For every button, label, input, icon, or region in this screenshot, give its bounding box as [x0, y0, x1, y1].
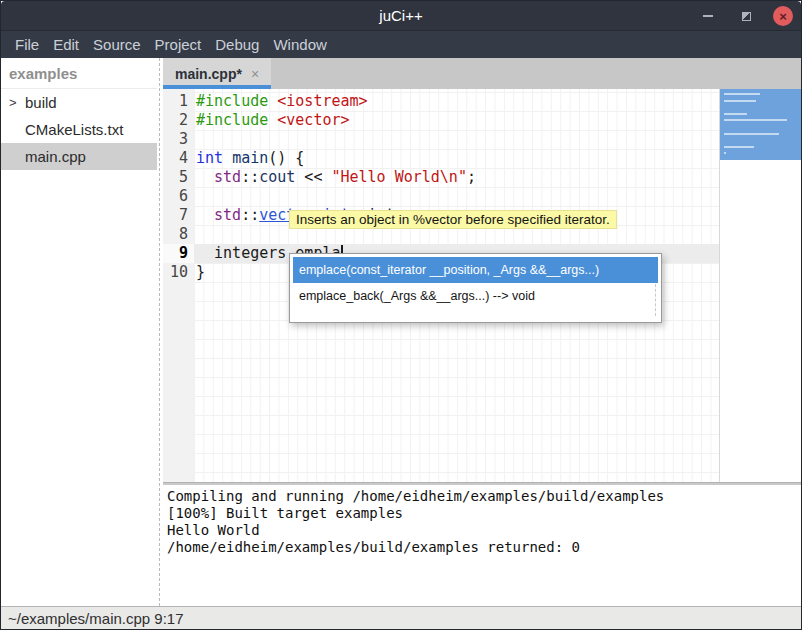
window-title: juCi++	[379, 7, 422, 24]
minimap-code-line	[724, 113, 747, 115]
line-number: 6	[163, 187, 188, 206]
code-segment: <<	[295, 168, 331, 186]
code-segment: <vector>	[277, 111, 349, 129]
app-window: juCi++ × FileEditSourceProjectDebugWindo…	[0, 0, 802, 630]
menu-item-debug[interactable]: Debug	[208, 33, 266, 56]
minimap-code-line	[724, 133, 779, 135]
line-number: 5	[163, 168, 188, 187]
editor-pane: main.cpp*× 12345678910 #include <iostrea…	[163, 58, 801, 606]
sidebar-item-label: main.cpp	[25, 148, 86, 165]
code-segment	[196, 168, 214, 186]
tab-main-cpp[interactable]: main.cpp*×	[163, 58, 271, 89]
menu-item-edit[interactable]: Edit	[46, 33, 86, 56]
code-line[interactable]: int main() {	[194, 149, 719, 168]
minimap[interactable]	[719, 89, 801, 482]
code-line[interactable]	[194, 187, 719, 206]
restore-button[interactable]	[735, 5, 757, 27]
minimize-button[interactable]	[697, 5, 719, 27]
code-line[interactable]	[194, 130, 719, 149]
code-line[interactable]: #include <vector>	[194, 111, 719, 130]
file-tree-sidebar: examples >buildCMakeLists.txtmain.cpp	[1, 58, 157, 606]
menu-bar: FileEditSourceProjectDebugWindow	[1, 31, 801, 58]
code-segment: int	[196, 149, 223, 167]
code-segment: cout	[259, 168, 295, 186]
project-name-header: examples	[1, 58, 157, 89]
source-editor: 12345678910 #include <iostream>#include …	[163, 89, 801, 482]
code-segment: ::	[241, 168, 259, 186]
line-number: 2	[163, 111, 188, 130]
minimap-code-line	[724, 146, 754, 148]
menu-item-window[interactable]: Window	[266, 33, 333, 56]
minimap-code-line	[724, 93, 760, 95]
line-number: 10	[163, 263, 188, 282]
doc-tooltip: Inserts an object in %vector before spec…	[289, 210, 617, 229]
line-number: 7	[163, 206, 188, 225]
restore-icon	[742, 12, 751, 21]
status-text: ~/examples/main.cpp 9:17	[8, 610, 184, 627]
tab-label: main.cpp*	[175, 66, 242, 82]
menu-item-source[interactable]: Source	[86, 33, 148, 56]
minimap-code-line	[724, 100, 756, 102]
doc-tooltip-text: Inserts an object in %vector before spec…	[296, 212, 610, 227]
sidebar-item-label: CMakeLists.txt	[25, 121, 123, 138]
minimap-viewport[interactable]	[720, 89, 801, 160]
content-area: examples >buildCMakeLists.txtmain.cpp ma…	[1, 58, 801, 606]
chevron-right-icon[interactable]: >	[9, 95, 23, 110]
close-icon: ×	[779, 10, 787, 23]
output-line: Hello World	[167, 522, 801, 539]
window-controls: ×	[697, 1, 793, 31]
minimize-icon	[703, 15, 713, 17]
code-segment: #include	[196, 92, 277, 110]
code-segment: ;	[467, 168, 476, 186]
menu-item-project[interactable]: Project	[148, 33, 209, 56]
tab-close-icon[interactable]: ×	[251, 67, 259, 81]
line-number: 9	[163, 244, 194, 263]
code-segment	[223, 149, 232, 167]
code-segment: ::	[241, 206, 259, 224]
sidebar-item-main-cpp[interactable]: main.cpp	[1, 143, 157, 170]
sidebar-item-cmakelists-txt[interactable]: CMakeLists.txt	[1, 116, 157, 143]
line-number: 3	[163, 130, 188, 149]
build-output-panel: Compiling and running /home/eidheim/exam…	[163, 485, 801, 606]
tab-bar: main.cpp*×	[163, 58, 801, 89]
sidebar-item-label: build	[25, 94, 57, 111]
code-segment: main	[232, 149, 268, 167]
output-line: Compiling and running /home/eidheim/exam…	[167, 488, 801, 505]
output-line: /home/eidheim/examples/build/examples re…	[167, 539, 801, 556]
code-segment: <iostream>	[277, 92, 367, 110]
code-segment: }	[196, 263, 205, 281]
code-line[interactable]: std::cout << "Hello World\n";	[194, 168, 719, 187]
completion-item[interactable]: emplace_back(_Args &&__args...) --> void	[293, 283, 658, 309]
title-bar[interactable]: juCi++ ×	[1, 1, 801, 31]
sidebar-item-build[interactable]: >build	[1, 89, 157, 116]
autocomplete-popup: emplace(const_iterator __position, _Args…	[289, 253, 662, 323]
minimap-code-line	[724, 119, 787, 121]
code-segment: std	[214, 206, 241, 224]
code-segment: std	[214, 168, 241, 186]
file-tree: >buildCMakeLists.txtmain.cpp	[1, 89, 157, 170]
code-segment: "Hello World\n"	[331, 168, 466, 186]
status-bar: ~/examples/main.cpp 9:17	[1, 606, 801, 629]
completion-item[interactable]: emplace(const_iterator __position, _Args…	[293, 257, 658, 283]
code-line[interactable]: #include <iostream>	[194, 92, 719, 111]
code-segment: () {	[268, 149, 304, 167]
code-segment: #include	[196, 111, 277, 129]
line-number-gutter: 12345678910	[163, 89, 194, 482]
minimap-code-line	[724, 152, 726, 154]
line-number: 8	[163, 225, 188, 244]
line-number: 1	[163, 92, 188, 111]
output-line: [100%] Built target examples	[167, 505, 801, 522]
code-segment	[196, 206, 214, 224]
line-number: 4	[163, 149, 188, 168]
menu-item-file[interactable]: File	[8, 33, 46, 56]
close-button[interactable]: ×	[773, 6, 793, 26]
project-name: examples	[9, 65, 77, 82]
